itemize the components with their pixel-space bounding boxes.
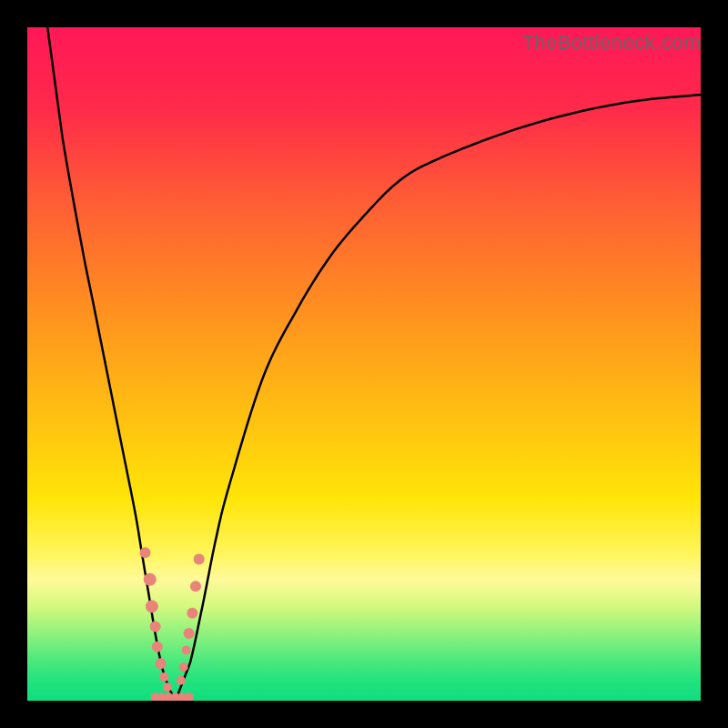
dot-right-5 [179,662,188,672]
dot-right-4 [182,646,191,655]
dot-left-7 [163,682,172,692]
dot-left-6 [159,672,168,682]
dot-left-2 [146,600,158,612]
watermark-text: TheBottleneck.com [521,31,701,55]
dot-left-3 [150,622,161,632]
dot-bottom-5 [185,693,194,701]
dot-right-1 [190,581,201,592]
dot-left-4 [152,642,163,652]
curve-right-branch [176,94,701,701]
dot-left-1 [144,573,157,586]
dot-left-0 [140,547,151,558]
curve-left-branch [47,27,176,701]
dot-right-6 [177,676,186,685]
dot-left-5 [156,658,167,669]
dot-right-3 [184,628,195,639]
chart-container: TheBottleneck.com [0,0,728,728]
dot-right-0 [194,554,205,565]
curve-overlay [27,27,701,701]
dot-right-2 [187,608,197,619]
plot-area: TheBottleneck.com [27,27,701,701]
